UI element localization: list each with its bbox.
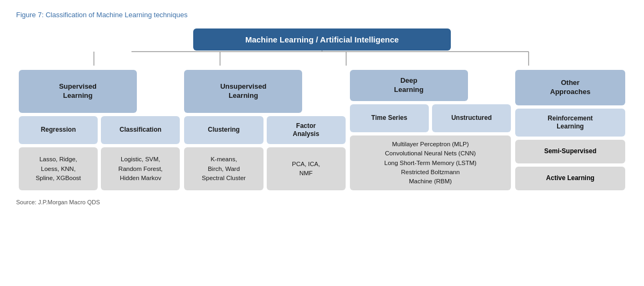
supervised-subrow: Regression Lasso, Ridge, Loess, KNN, Spl… bbox=[19, 116, 180, 190]
unsupervised-subrow: Clustering K-means, Birch, Ward Spectral… bbox=[184, 116, 345, 190]
timeseries-col: Time Series bbox=[350, 104, 429, 132]
deep-subrow: Time Series Unstructured bbox=[350, 104, 511, 132]
regression-items: Lasso, Ridge, Loess, KNN, Spline, XGBoos… bbox=[19, 147, 98, 190]
diagram-container: Machine Learning / Artificial Intelligen… bbox=[19, 28, 625, 190]
other-items: Reinforcement Learning Semi-Supervised A… bbox=[515, 109, 625, 190]
unstructured-box: Unstructured bbox=[432, 104, 511, 132]
clustering-box: Clustering bbox=[184, 116, 263, 144]
main-layout: Supervised Learning Regression Lasso, Ri… bbox=[19, 70, 625, 190]
deep-items: Multilayer Perceptron (MLP) Convolutiona… bbox=[350, 135, 511, 190]
classification-col: Classification Logistic, SVM, Random For… bbox=[101, 116, 180, 190]
supervised-header: Supervised Learning bbox=[19, 70, 137, 113]
col-supervised: Supervised Learning Regression Lasso, Ri… bbox=[19, 70, 180, 190]
semi-box: Semi-Supervised bbox=[515, 140, 625, 163]
figure-title: Figure 7: Classification of Machine Lear… bbox=[16, 11, 628, 19]
reinforcement-box: Reinforcement Learning bbox=[515, 109, 625, 137]
unstructured-col: Unstructured bbox=[432, 104, 511, 132]
factor-box: Factor Analysis bbox=[267, 116, 346, 144]
deep-header: Deep Learning bbox=[350, 70, 468, 101]
clustering-items: K-means, Birch, Ward Spectral Cluster bbox=[184, 147, 263, 190]
factor-items: PCA, ICA, NMF bbox=[267, 147, 346, 190]
regression-col: Regression Lasso, Ridge, Loess, KNN, Spl… bbox=[19, 116, 98, 190]
classification-items: Logistic, SVM, Random Forest, Hidden Mar… bbox=[101, 147, 180, 190]
col-other: Other Approaches Reinforcement Learning … bbox=[515, 70, 625, 190]
source-text: Source: J.P.Morgan Macro QDS bbox=[16, 199, 628, 205]
active-box: Active Learning bbox=[515, 167, 625, 190]
connector-svg bbox=[19, 51, 625, 66]
regression-box: Regression bbox=[19, 116, 98, 144]
root-node: Machine Learning / Artificial Intelligen… bbox=[193, 28, 451, 51]
factor-col: Factor Analysis PCA, ICA, NMF bbox=[267, 116, 346, 190]
timeseries-box: Time Series bbox=[350, 104, 429, 132]
unsupervised-header: Unsupervised Learning bbox=[184, 70, 302, 113]
other-header: Other Approaches bbox=[515, 70, 625, 105]
col-unsupervised: Unsupervised Learning Clustering K-means… bbox=[184, 70, 345, 190]
clustering-col: Clustering K-means, Birch, Ward Spectral… bbox=[184, 116, 263, 190]
classification-box: Classification bbox=[101, 116, 180, 144]
col-deep: Deep Learning Time Series Unstructured M… bbox=[350, 70, 511, 190]
